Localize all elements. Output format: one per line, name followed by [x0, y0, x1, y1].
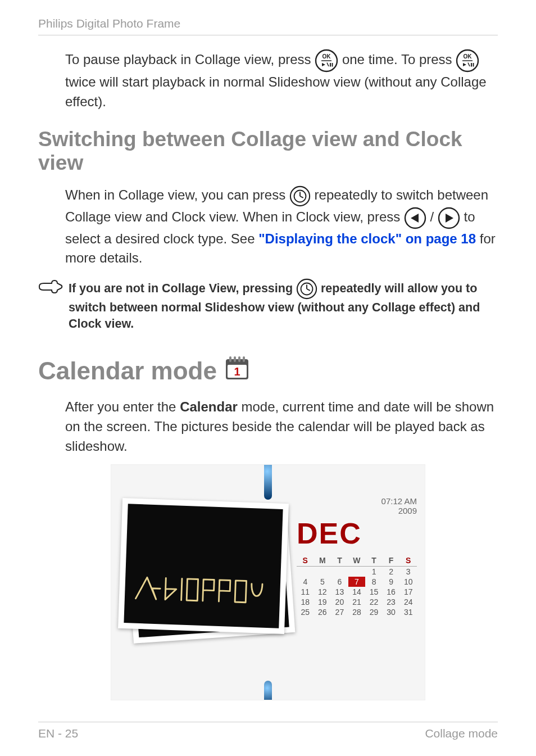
calendar-time: 07:12 AM: [297, 496, 417, 506]
dow: S: [297, 555, 314, 567]
right-arrow-icon: [438, 207, 460, 229]
text: If you are not in Collage View, pressing: [69, 282, 296, 295]
calendar-day-cell: 18: [297, 597, 314, 607]
svg-rect-6: [332, 63, 333, 67]
svg-text:1: 1: [234, 365, 240, 378]
svg-rect-12: [471, 63, 472, 67]
svg-marker-19: [411, 214, 419, 223]
calendar-day-cell: 26: [314, 607, 331, 617]
svg-rect-28: [229, 356, 231, 362]
calendar-day-cell: 9: [383, 577, 400, 587]
calendar-day-cell: 4: [297, 577, 314, 587]
calendar-day-cell: 22: [365, 597, 383, 607]
calendar-day-cell: 28: [348, 607, 366, 617]
calendar-day-cell: 24: [399, 597, 417, 607]
svg-rect-30: [238, 356, 240, 362]
svg-line-25: [307, 289, 310, 291]
svg-marker-3: [322, 63, 325, 66]
clock-button-icon: [296, 278, 317, 300]
page-header: Philips Digital Photo Frame: [38, 17, 498, 35]
calendar-day-cell: 12: [314, 587, 331, 597]
calendar-day-cell: 11: [297, 587, 314, 597]
page-footer: EN - 25 Collage mode: [38, 722, 498, 740]
calendar-table: S M T W T F S 12345678910111213141516171…: [297, 555, 417, 618]
switching-heading: Switching between Collage view and Clock…: [38, 128, 498, 175]
binder-clip-icon: [264, 464, 272, 500]
calendar-day-cell: [348, 567, 366, 577]
calendar-day-cell: 2: [383, 567, 400, 577]
calendar-week-row: 123: [297, 567, 417, 577]
svg-marker-10: [463, 63, 466, 66]
calendar-day-cell: 13: [331, 587, 348, 597]
page: Philips Digital Photo Frame To pause pla…: [0, 0, 536, 756]
switching-paragraph: When in Collage view, you can press repe…: [65, 185, 498, 269]
text: one time. To press: [342, 52, 456, 67]
note-callout: If you are not in Collage View, pressing…: [38, 278, 498, 332]
text: After you enter the: [65, 399, 180, 414]
dow: W: [348, 555, 366, 567]
svg-rect-13: [473, 63, 474, 67]
svg-rect-5: [330, 63, 331, 67]
calendar-day-cell: [297, 567, 314, 577]
calendar-week-row: 25262728293031: [297, 607, 417, 617]
calendar-day-cell: 30: [383, 607, 400, 617]
sparkler-writing: [130, 544, 272, 620]
calendar-week-row: 45678910: [297, 577, 417, 587]
photo-front: [118, 498, 289, 634]
calendar-bold: Calendar: [180, 399, 238, 414]
dow: T: [331, 555, 348, 567]
note-text: If you are not in Collage View, pressing…: [69, 278, 498, 332]
calendar-day-cell: 8: [365, 577, 383, 587]
dow: M: [314, 555, 331, 567]
calendar-intro-paragraph: After you enter the Calendar mode, curre…: [65, 397, 498, 456]
calendar-day-cell: 21: [348, 597, 366, 607]
calendar-day-cell: 25: [297, 607, 314, 617]
calendar-day-cell: [331, 567, 348, 577]
dow: T: [365, 555, 383, 567]
svg-marker-21: [446, 214, 453, 223]
calendar-day-cell: 17: [399, 587, 417, 597]
text: twice will start playback in normal Slid…: [65, 74, 487, 109]
calendar-day-cell: 23: [383, 597, 400, 607]
calendar-panel: 07:12 AM 2009 DEC S M T W T F S 12345678…: [297, 496, 417, 618]
calendar-day-cell: 31: [399, 607, 417, 617]
text: To pause playback in Collage view, press: [65, 52, 315, 67]
pause-playback-paragraph: To pause playback in Collage view, press…: [65, 49, 498, 112]
calendar-dow-row: S M T W T F S: [297, 555, 417, 567]
calendar-day-cell: 5: [314, 577, 331, 587]
calendar-week-row: 11121314151617: [297, 587, 417, 597]
text: When in Collage view, you can press: [65, 187, 289, 202]
calendar-day-cell: 14: [348, 587, 366, 597]
svg-line-4: [327, 63, 329, 67]
pointing-hand-icon: [38, 278, 63, 332]
dow: S: [399, 555, 417, 567]
calendar-day-cell: [314, 567, 331, 577]
calendar-year: 2009: [297, 506, 417, 515]
footer-left: EN - 25: [38, 727, 78, 740]
binder-clip-icon: [264, 681, 272, 700]
ok-play-pause-icon: OK: [456, 49, 479, 73]
photo-stack: [119, 499, 293, 656]
calendar-day-cell: 16: [383, 587, 400, 597]
calendar-day-cell: 20: [331, 597, 348, 607]
calendar-mode-heading: Calendar mode 1: [38, 355, 498, 387]
calendar-screenshot: 07:12 AM 2009 DEC S M T W T F S 12345678…: [111, 464, 425, 700]
left-arrow-icon: [404, 207, 426, 229]
footer-right: Collage mode: [425, 727, 498, 740]
clock-button-icon: [289, 185, 311, 207]
svg-text:OK: OK: [322, 53, 331, 60]
calendar-day-cell: 27: [331, 607, 348, 617]
calendar-day-cell: 29: [365, 607, 383, 617]
svg-rect-31: [243, 356, 245, 362]
calendar-week-row: 18192021222324: [297, 597, 417, 607]
calendar-day-cell: 19: [314, 597, 331, 607]
svg-line-11: [468, 63, 470, 67]
calendar-month: DEC: [297, 517, 417, 550]
calendar-icon: 1: [224, 355, 251, 387]
displaying-clock-link[interactable]: "Displaying the clock" on page 18: [258, 231, 476, 246]
calendar-day-cell: 3: [399, 567, 417, 577]
calendar-day-cell: 6: [331, 577, 348, 587]
svg-text:OK: OK: [464, 53, 473, 60]
dow: F: [383, 555, 400, 567]
ok-play-pause-icon: OK: [315, 49, 338, 73]
